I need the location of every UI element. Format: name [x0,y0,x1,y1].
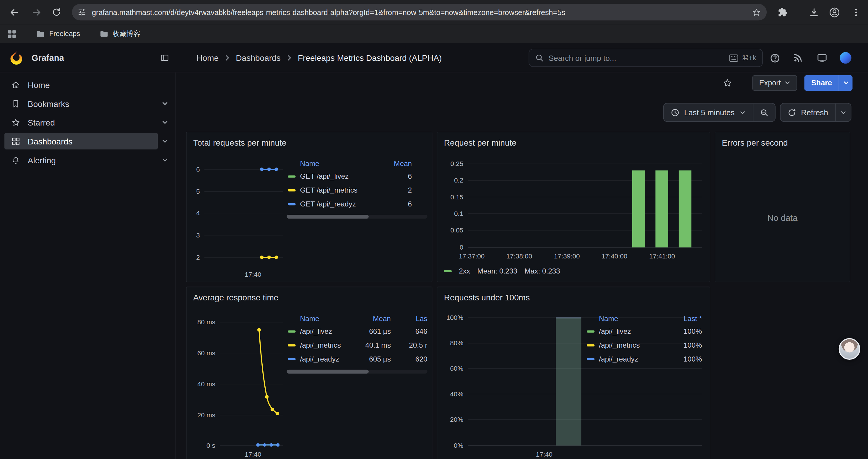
bookmarks-bar: Freeleaps 收藏博客 [0,24,868,43]
grafana-logo[interactable] [9,51,24,66]
browser-reload-button[interactable] [51,6,63,18]
legend-header-mean[interactable]: Mean [381,159,412,167]
series-name[interactable]: 2xx [459,267,470,275]
legend-header-last[interactable]: Las [391,314,428,322]
series-dash [444,270,452,272]
breadcrumb-home[interactable]: Home [196,53,219,63]
rss-icon[interactable] [793,53,803,63]
zoom-out-button[interactable] [753,103,775,121]
series-mean: 2 [381,186,412,194]
x-tick: 17:41:00 [643,252,681,260]
folder-icon [36,29,45,38]
help-icon[interactable] [770,53,780,63]
panel-title[interactable]: Request per minute [444,138,517,147]
chevron-right-icon [224,54,231,61]
sidebar-item-dashboards[interactable]: Dashboards [4,133,158,150]
refresh-icon [788,108,796,117]
legend-row[interactable]: /api/_metrics 100% [586,338,702,352]
line-chart[interactable] [220,315,283,454]
legend-header-mean[interactable]: Mean [358,314,391,322]
address-bar[interactable]: grafana.mathmast.com/d/deytv4rwavabkb/fr… [72,4,767,21]
series-mean: Mean: 0.233 [477,267,517,275]
legend-header-name[interactable]: Name [300,159,381,167]
sidebar-item-home[interactable]: Home [4,76,158,93]
series-last: 646 [391,327,428,335]
legend-scrollbar[interactable] [287,370,428,374]
y-tick: 0.1 [437,210,463,218]
chevron-down-icon[interactable] [157,152,173,168]
chevron-down-icon[interactable] [157,133,173,150]
back-icon [8,7,19,18]
panel-title[interactable]: Requests under 100ms [444,293,530,302]
chevron-down-icon[interactable] [157,114,173,131]
legend-row[interactable]: /api/_livez 661 µs 646 [287,324,428,338]
bookmark-folder-blogs[interactable]: 收藏博客 [99,29,141,38]
series-name: /api/_readyz [300,355,358,363]
search-input[interactable]: Search or jump to... ⌘+k [529,49,763,67]
sidebar-item-bookmarks[interactable]: Bookmarks [4,95,158,112]
legend-scrollbar[interactable] [287,215,428,219]
refresh-button[interactable]: Refresh [780,103,836,121]
legend-header-name[interactable]: Name [599,314,670,322]
legend-row[interactable]: GET /api/_livez 6 [287,169,428,183]
bell-icon [11,155,20,165]
breadcrumb-dashboards[interactable]: Dashboards [236,53,281,63]
time-range-button[interactable]: Last 5 minutes [663,103,753,121]
zoom-out-icon [760,108,769,117]
time-range-label: Last 5 minutes [684,108,735,117]
legend-row[interactable]: GET /api/_metrics 2 [287,183,428,197]
share-label[interactable]: Share [804,75,838,90]
legend-row[interactable]: GET /api/_readyz 6 [287,197,428,211]
y-tick: 80% [437,339,463,347]
legend-row[interactable]: /api/_metrics 40.1 ms 20.5 r [287,338,428,352]
export-button[interactable]: Export [752,75,797,90]
folder-icon [99,29,108,38]
browser-forward-button[interactable] [30,6,42,18]
series-name: /api/_metrics [300,341,358,349]
sidebar-item-alerting[interactable]: Alerting [4,152,158,168]
series-last: 20.5 r [391,341,428,349]
legend-row[interactable]: /api/_readyz 605 µs 620 [287,352,428,366]
panel-title[interactable]: Total requests per minute [193,138,286,147]
scrollbar-thumb[interactable] [287,215,369,219]
series-dash [587,330,594,332]
y-tick: 5 [186,188,200,195]
browser-menu-icon[interactable] [850,6,862,18]
y-tick: 0.05 [437,226,463,234]
line-chart[interactable] [204,163,283,268]
series-dash [288,344,296,346]
grafana-header: Grafana Home Dashboards Freeleaps Metric… [0,43,868,72]
legend-row[interactable]: /api/_livez 100% [586,324,702,338]
chevron-down-icon[interactable] [157,95,173,112]
y-tick: 0% [437,441,463,449]
refresh-interval-chevron[interactable] [836,103,851,121]
legend-header-name[interactable]: Name [300,314,358,322]
browser-back-button[interactable] [8,6,20,18]
legend-header-last[interactable]: Last * [670,314,702,322]
series-name: /api/_metrics [599,341,670,349]
downloads-icon[interactable] [808,6,820,18]
display-icon[interactable] [817,53,827,63]
favorite-star-icon[interactable] [723,78,733,88]
user-avatar[interactable] [840,52,851,64]
panel-title[interactable]: Average response time [193,293,279,302]
profile-icon[interactable] [828,6,840,18]
scrollbar-thumb[interactable] [287,370,369,374]
site-settings-icon[interactable] [78,8,86,17]
share-button[interactable]: Share [804,75,852,90]
bookmark-star-icon[interactable] [752,7,761,17]
panel-title[interactable]: Errors per second [722,138,788,147]
bar-chart[interactable] [468,160,702,254]
chevron-right-icon [286,54,293,61]
legend-row[interactable]: /api/_readyz 100% [586,352,702,366]
extensions-icon[interactable] [777,6,789,18]
series-dash [587,358,594,360]
bookmark-folder-freeleaps[interactable]: Freeleaps [36,29,80,38]
sidebar-item-starred[interactable]: Starred [4,114,158,131]
keyboard-icon [729,54,739,62]
series-dash [288,330,296,332]
sidebar-toggle-icon[interactable] [160,53,169,63]
assistant-avatar[interactable] [839,338,860,360]
apps-grid-icon[interactable] [7,29,17,38]
share-menu-chevron-icon[interactable] [839,75,852,90]
